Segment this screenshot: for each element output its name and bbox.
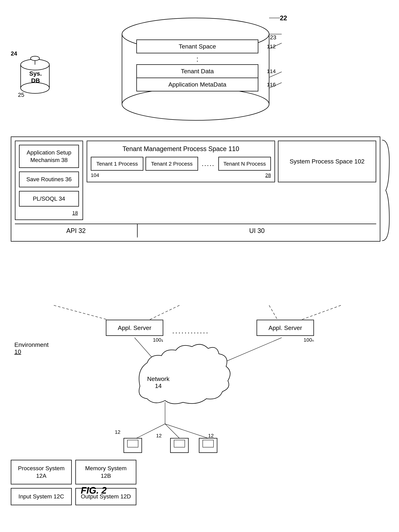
ui-label: UI 30 [138,224,376,237]
top-row: Tenant Management Process Space 110 Tena… [87,141,376,182]
db-tenant-data-label: Tenant Data [181,68,214,75]
tenantN-box: Tenant N Process [218,157,271,171]
label-row: 104 28 [91,172,271,178]
bottom-system-area: Processor System 12A Memory System 12B I… [11,460,136,505]
process-row: Tenant 1 Process Tenant 2 Process ..... … [91,157,271,171]
sys-db-text: Sys.DB [23,70,48,84]
sys-db-num-25: 25 [18,92,25,98]
appl-server-2-num: 100ₙ [257,337,314,343]
server-dots: ............ [172,327,209,335]
label-23: 23 [270,34,276,41]
label-28: 28 [265,172,271,178]
right-area: Tenant Management Process Space 110 Tena… [87,141,376,220]
memory-box: Memory System 12B [75,460,136,484]
label-116: 116 [267,82,276,88]
diagram: 22 23 Tenant Space 112 : Tenant Data 114… [0,0,399,532]
label-22: 22 [280,14,287,22]
sys-db-num-24: 24 [11,50,17,57]
svg-point-31 [31,56,39,61]
pl-soql-label: PL/SOQL 34 [33,196,65,202]
db-content: 23 Tenant Space 112 : Tenant Data 114 Ap… [136,39,258,91]
appl-server-1: Appl. Server 100₁ [106,320,163,343]
tenant-mgmt-box: Tenant Management Process Space 110 Tena… [87,141,275,182]
app-setup-box: Application Setup Mechanism 38 [19,145,79,168]
appl-server-1-box: Appl. Server [106,320,163,336]
svg-line-15 [197,338,282,374]
svg-point-3 [122,88,269,120]
processor-box: Processor System 12A [11,460,72,484]
client-label-1: 12 [115,429,120,435]
svg-rect-24 [199,438,217,453]
db-metadata-box: Application MetaData 116 [136,78,258,91]
label-104: 104 [91,172,99,178]
db-metadata-label: Application MetaData [168,81,226,88]
server-inner: Application Setup Mechanism 38 Save Rout… [11,137,380,220]
svg-rect-21 [127,440,138,447]
env-num: 10 [14,348,21,355]
svg-rect-23 [174,440,185,447]
pl-soql-box: PL/SOQL 34 [19,191,79,207]
save-routines-label: Save Routines 36 [26,176,72,183]
db-tenant-space-box: Tenant Space 112 [136,39,258,53]
system-process-box: System Process Space 102 [278,141,376,182]
server-box: 16 Application Setup Mechanism 38 Save R… [11,137,380,241]
fig-label: FIG. 2 [81,485,107,496]
network-label: Network 14 [147,375,170,389]
label-114: 114 [267,68,276,74]
client-label-2: 12 [156,433,162,439]
svg-rect-20 [124,438,142,453]
appl-server-1-num: 100₁ [106,337,163,343]
tenant2-box: Tenant 2 Process [146,157,198,171]
appl-server-2: Appl. Server 100ₙ [257,320,314,343]
appl-server-2-box: Appl. Server [257,320,314,336]
bottom-row-1: Processor System 12A Memory System 12B [11,460,136,484]
tenant-mgmt-title: Tenant Management Process Space 110 [91,145,271,153]
label-112: 112 [267,44,276,50]
client-label-3: 12 [208,433,214,439]
label-18: 18 [19,210,79,216]
db-tenant-space-label: Tenant Space [179,43,216,50]
save-routines-box: Save Routines 36 [19,171,79,187]
svg-rect-25 [203,440,214,447]
app-setup-label: Application Setup Mechanism 38 [27,149,71,163]
svg-rect-22 [171,438,188,453]
db-dots: : [136,55,258,63]
process-dots: ..... [200,160,216,168]
bottom-bar: API 32 UI 30 [15,224,376,237]
environment-label: Environment 10 [14,341,49,355]
api-label: API 32 [15,224,138,237]
left-panel: Application Setup Mechanism 38 Save Rout… [15,141,83,220]
tenant1-box: Tenant 1 Process [91,157,143,171]
svg-point-29 [21,83,49,93]
svg-line-18 [165,424,179,438]
db-tenant-data-box: Tenant Data 114 [136,64,258,78]
svg-point-26 [21,59,49,70]
bottom-row-2: Input System 12C Output System 12D [11,488,136,505]
input-box: Input System 12C [11,488,72,505]
svg-line-19 [165,424,208,438]
